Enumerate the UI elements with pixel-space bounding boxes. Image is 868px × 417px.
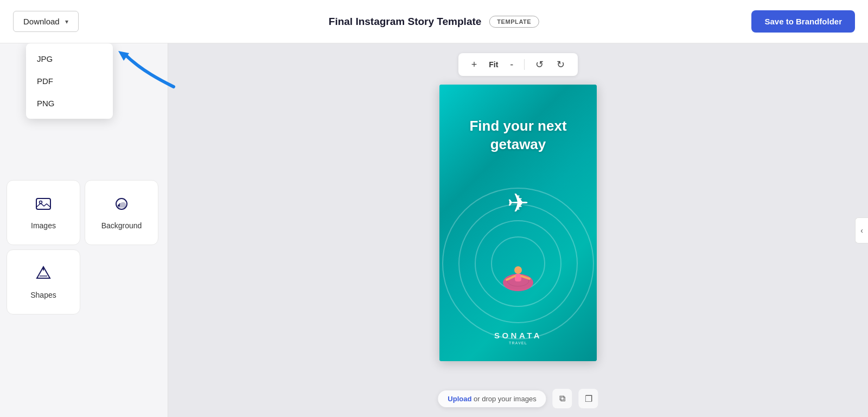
zoom-bar: + Fit - ↺ ↻ — [458, 53, 578, 76]
canvas-headline: Find your next getaway — [439, 117, 597, 154]
svg-rect-12 — [515, 274, 521, 281]
main-content: JPG PDF PNG — [0, 43, 868, 417]
download-dropdown-menu: JPG PDF PNG — [26, 43, 113, 119]
svg-point-11 — [514, 266, 522, 274]
upload-pill: Upload or drop your images — [438, 390, 546, 407]
dropdown-item-jpg[interactable]: JPG — [26, 48, 113, 70]
svg-point-7 — [43, 268, 44, 270]
dropdown-item-png[interactable]: PNG — [26, 92, 113, 114]
download-button[interactable]: Download ▾ — [13, 11, 79, 32]
duplicate-button[interactable]: ❐ — [579, 389, 598, 408]
upload-bar: Upload or drop your images ⧉ ❐ — [438, 389, 598, 408]
canvas-brand: SONATA TRAVEL — [439, 331, 597, 345]
tool-background[interactable]: Background — [85, 180, 158, 245]
headline-line1: Find your next — [439, 117, 597, 136]
brand-name: SONATA — [439, 331, 597, 340]
zoom-in-button[interactable]: + — [467, 58, 482, 72]
document-title: Final Instagram Story Template — [329, 16, 482, 28]
save-to-brandfolder-button[interactable]: Save to Brandfolder — [751, 10, 855, 33]
background-icon — [113, 196, 130, 216]
header-left: Download ▾ — [13, 11, 79, 32]
headline-line2: getaway — [439, 136, 597, 154]
canvas-area: + Fit - ↺ ↻ Find your next getaway ✈ — [168, 43, 868, 417]
background-label: Background — [101, 221, 142, 230]
sidebar-panels: Images Background — [0, 174, 168, 321]
right-collapse-button[interactable]: ‹ — [855, 217, 868, 243]
float-person — [499, 258, 537, 296]
brand-sub: TRAVEL — [439, 341, 597, 345]
zoom-divider — [524, 59, 525, 70]
shapes-icon — [35, 265, 52, 285]
drop-text: or drop your images — [474, 395, 537, 403]
shapes-label: Shapes — [30, 291, 56, 299]
template-canvas: Find your next getaway ✈ SONATA TRAVE — [439, 85, 597, 361]
airplane-icon: ✈ — [507, 188, 529, 218]
header: Download ▾ Final Instagram Story Templat… — [0, 0, 868, 43]
template-badge: TEMPLATE — [489, 16, 539, 28]
images-label: Images — [31, 221, 56, 230]
zoom-out-button[interactable]: - — [506, 58, 518, 72]
upload-link[interactable]: Upload — [448, 395, 471, 403]
chevron-down-icon: ▾ — [65, 18, 68, 25]
undo-button[interactable]: ↺ — [531, 57, 548, 72]
header-center: Final Instagram Story Template TEMPLATE — [329, 16, 539, 28]
dropdown-item-pdf[interactable]: PDF — [26, 70, 113, 92]
download-label: Download — [23, 17, 60, 26]
tool-shapes[interactable]: Shapes — [7, 249, 80, 315]
zoom-fit-label: Fit — [486, 60, 501, 69]
svg-marker-0 — [118, 51, 129, 61]
tool-images[interactable]: Images — [7, 180, 80, 245]
redo-button[interactable]: ↻ — [552, 57, 569, 72]
svg-rect-1 — [36, 198, 50, 209]
copy-button[interactable]: ⧉ — [553, 389, 572, 408]
images-icon — [35, 196, 52, 216]
sidebar: JPG PDF PNG — [0, 43, 168, 417]
